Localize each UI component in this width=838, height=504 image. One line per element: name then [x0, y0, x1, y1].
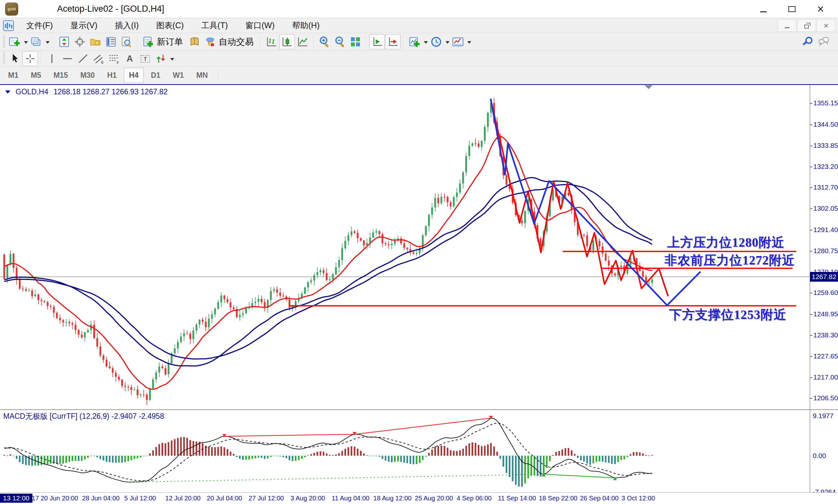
text-label-tool[interactable]: T [138, 51, 153, 66]
time-axis-label: 28 Jun 04:00 [82, 494, 120, 502]
tf-h1-button[interactable]: H1 [102, 68, 122, 83]
tf-d1-button[interactable]: D1 [145, 68, 165, 83]
price-tick [810, 335, 813, 336]
tf-h4-button[interactable]: H4 [124, 68, 144, 83]
macd-histogram-bar [258, 456, 259, 458]
templates-button[interactable] [450, 34, 466, 49]
candle-body [65, 322, 67, 323]
candle-body [134, 390, 136, 390]
macd-histogram-bar [251, 456, 253, 459]
periods-dropdown[interactable] [446, 41, 450, 46]
maximize-button[interactable] [778, 0, 806, 18]
tf-m30-button[interactable]: M30 [75, 68, 100, 83]
annotation-support-1253[interactable]: 下方支撑位1253附近 [669, 306, 786, 323]
macd-histogram-bar [342, 451, 343, 456]
terminal-button[interactable] [103, 34, 119, 49]
chart-shift-button[interactable] [385, 34, 401, 49]
candle-body [481, 141, 483, 147]
crosshair-tool-button[interactable] [22, 51, 38, 66]
arrows-tool[interactable] [153, 51, 169, 66]
auto-trading-button[interactable] [203, 34, 218, 49]
annotation-resistance-1280[interactable]: 上方压力位1280附近 [667, 234, 785, 251]
minimize-button[interactable] [749, 0, 778, 18]
price-chart-pane[interactable]: GOLD,H4 1268.18 1268.27 1266.93 1267.82 … [0, 84, 838, 409]
text-tool[interactable]: A [122, 51, 138, 66]
bar-chart-button[interactable] [264, 34, 279, 49]
annotation-resistance-1272[interactable]: 非农前压力位1272附近 [664, 252, 795, 269]
menu-help[interactable]: 帮助(H) [283, 18, 329, 33]
fibonacci-tool[interactable]: F [106, 51, 122, 66]
price-tick [810, 167, 813, 167]
child-minimize-button[interactable] [778, 19, 797, 32]
macd-histogram-bar [174, 439, 175, 456]
symbol-dropdown-icon[interactable] [5, 90, 11, 96]
candle-body [462, 173, 464, 183]
macd-canvas[interactable] [0, 410, 838, 492]
macd-histogram-bar [118, 456, 120, 463]
indicators-button[interactable] [407, 34, 422, 49]
new-chart-dropdown[interactable] [24, 41, 28, 46]
menu-insert[interactable]: 插入(I) [106, 18, 147, 33]
zoom-out-button[interactable] [332, 34, 348, 49]
title-bar[interactable]: gold Acetop-Live02 - [GOLD,H4] × [0, 0, 838, 18]
time-axis-label: 11 Aug 04:00 [332, 494, 369, 502]
blue-trend-zigzag[interactable] [491, 99, 700, 305]
line-chart-button[interactable] [295, 34, 310, 49]
candlestick-chart-button[interactable] [279, 34, 295, 49]
menu-view[interactable]: 显示(V) [62, 18, 106, 33]
menu-charts[interactable]: 图表(C) [147, 18, 193, 33]
new-chart-button[interactable] [7, 34, 22, 49]
child-close-button[interactable]: × [817, 19, 835, 32]
metaeditor-button[interactable] [187, 34, 203, 49]
cursor-tool-button[interactable] [7, 51, 22, 66]
vertical-line-tool[interactable] [44, 51, 60, 66]
tf-m1-button[interactable]: M1 [3, 68, 24, 83]
macd-histogram-bar [627, 456, 628, 457]
close-button[interactable]: × [806, 0, 835, 18]
new-order-label[interactable]: 新订单 [157, 36, 183, 48]
macd-histogram-bar [270, 456, 272, 457]
templates-dropdown[interactable] [467, 41, 471, 46]
menu-tools[interactable]: 工具(T) [193, 18, 237, 33]
profiles-button[interactable] [29, 34, 44, 49]
time-axis[interactable]: 13 12:00 1720 Jun 20:0028 Jun 04:005 Jul… [0, 492, 838, 504]
menu-window[interactable]: 窗口(W) [237, 18, 283, 33]
history-center-button[interactable] [88, 34, 103, 49]
navigator-button[interactable] [72, 34, 88, 49]
tf-m5-button[interactable]: M5 [25, 68, 46, 83]
search-button[interactable] [800, 34, 816, 49]
moving-average-2 [4, 178, 652, 366]
trendline-tool[interactable] [75, 51, 91, 66]
candle-body [40, 300, 42, 302]
menu-file[interactable]: 文件(F) [18, 18, 62, 33]
child-restore-button[interactable] [797, 19, 816, 32]
auto-trading-label[interactable]: 自动交易 [219, 36, 254, 48]
tf-w1-button[interactable]: W1 [168, 68, 189, 83]
chart-shift-marker[interactable] [645, 85, 652, 93]
macd-axis-label: 0.00 [813, 452, 826, 460]
toolbar-grip[interactable] [3, 52, 5, 65]
indicators-dropdown[interactable] [424, 41, 428, 46]
tf-m15-button[interactable]: M15 [48, 68, 73, 83]
candle-body [335, 267, 337, 274]
horizontal-line-tool[interactable] [60, 51, 75, 66]
toolbar-grip[interactable] [3, 35, 5, 48]
arrows-dropdown[interactable] [170, 58, 174, 62]
navigator-icon [74, 36, 86, 48]
new-order-button[interactable] [140, 34, 156, 49]
tile-windows-button[interactable] [348, 34, 363, 49]
tf-mn-button[interactable]: MN [191, 68, 213, 83]
market-watch-button[interactable] [56, 34, 72, 49]
crosshair-icon [24, 53, 36, 65]
zoom-in-button[interactable] [316, 34, 332, 49]
auto-scroll-button[interactable] [369, 34, 385, 49]
macd-histogram-bar [159, 444, 160, 456]
toolbar-right-icons [800, 34, 832, 49]
profiles-dropdown[interactable] [46, 41, 50, 46]
periods-button[interactable] [429, 34, 444, 49]
strategy-tester-button[interactable] [119, 34, 134, 49]
equidistant-channel-tool[interactable]: E [91, 51, 106, 66]
chat-button[interactable] [816, 34, 832, 49]
macd-histogram-bar [137, 456, 139, 458]
macd-pane[interactable]: MACD无极版 [CurrTF] (12,26,9) -2.9407 -2.49… [0, 409, 838, 492]
